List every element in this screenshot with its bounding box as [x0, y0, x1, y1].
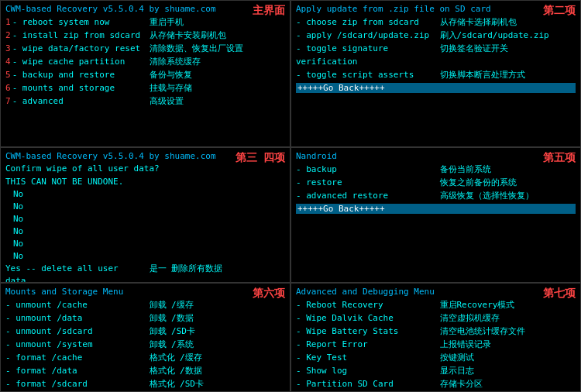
update-list: - choose zip from sdcard从存储卡选择刷机包- apply… — [296, 15, 576, 81]
mounts-item[interactable]: - unmount /system卸载 /系统 — [5, 338, 285, 351]
nandroid-list: - backup备份当前系统- restore恢复之前备份的系统- advanc… — [296, 163, 576, 202]
update-panel: Apply update from .zip file on SD card 第… — [290, 0, 581, 147]
mounts-header: Mounts and Storage Menu — [5, 287, 285, 297]
update-item[interactable]: - toggle script asserts切换脚本断言处理方式 — [296, 68, 576, 81]
advanced-panel: Advanced and Debugging Menu 第七项 - Reboot… — [290, 283, 581, 392]
nandroid-panel: Nandroid 第五项 - backup备份当前系统- restore恢复之前… — [290, 147, 581, 283]
mounts-badge: 第六项 — [253, 287, 285, 301]
nandroid-go-back[interactable]: +++++Go Back+++++ — [296, 204, 576, 214]
nandroid-header: Nandroid — [296, 151, 576, 161]
update-badge: 第二项 — [543, 4, 576, 18]
main-menu-panel: CWM-based Recovery v5.5.0.4 by shuame.co… — [0, 0, 290, 147]
update-item[interactable]: - choose zip from sdcard从存储卡选择刷机包 — [296, 15, 576, 29]
main-menu-item[interactable]: 6- mounts and storage挂载与存储 — [5, 81, 285, 95]
advanced-item[interactable]: - Key Test按键测试 — [296, 351, 576, 364]
wipe-yes-right: 是一 删除所有数据 — [142, 263, 286, 283]
update-header: Apply update from .zip file on SD card — [296, 4, 576, 14]
advanced-list: - Reboot Recovery重启Recovery模式- Wipe Dalv… — [296, 298, 576, 392]
wipe-yes-item[interactable]: Yes -- delete all user data 是一 删除所有数据 — [5, 263, 285, 283]
wipe-warning: THIS CAN NOT BE UNDONE. — [5, 176, 285, 189]
main-menu-badge: 主界面 — [253, 4, 285, 18]
advanced-item[interactable]: - Wipe Dalvik Cache清空虚拟机缓存 — [296, 311, 576, 325]
mounts-list: - unmount /cache卸载 /缓存- unmount /data卸载 … — [5, 298, 285, 392]
main-menu-item[interactable]: 3- wipe data/factory reset清除数据、恢复出厂设置 — [5, 42, 285, 55]
advanced-badge: 第七项 — [543, 287, 576, 301]
nandroid-item[interactable]: - backup备份当前系统 — [296, 163, 576, 176]
advanced-item[interactable]: - Partition SD Card存储卡分区 — [296, 377, 576, 390]
wipe-no-item[interactable]: No — [5, 201, 285, 213]
main-menu-item[interactable]: 2- install zip from sdcard从存储卡安装刷机包 — [5, 29, 285, 42]
wipe-yes-label: Yes -- delete all user data — [5, 263, 142, 283]
main-menu-item[interactable]: 1- reboot system now重启手机 — [5, 15, 285, 29]
nandroid-item[interactable]: - advanced restore高级恢复（选择性恢复） — [296, 189, 576, 202]
update-item[interactable]: - toggle signature verification切换签名验证开关 — [296, 42, 576, 68]
main-menu-header: CWM-based Recovery v5.5.0.4 by shuame.co… — [5, 4, 285, 14]
wipe-panel: CWM-based Recovery v5.5.0.4 by shuame.co… — [0, 147, 290, 283]
nandroid-badge: 第五项 — [543, 151, 576, 165]
wipe-no-item[interactable]: No — [5, 188, 285, 201]
mounts-item[interactable]: - format /data格式化 /数据 — [5, 364, 285, 377]
mounts-panel: Mounts and Storage Menu 第六项 - unmount /c… — [0, 283, 290, 392]
wipe-badge: 第三 四项 — [235, 151, 285, 165]
mounts-item[interactable]: - format /sdcard格式化 /SD卡 — [5, 377, 285, 390]
update-item[interactable]: - apply /sdcard/update.zip刷入/sdcard/upda… — [296, 29, 576, 42]
mounts-item[interactable]: - unmount /cache卸载 /缓存 — [5, 298, 285, 311]
wipe-no-item[interactable]: No — [5, 238, 285, 250]
mounts-item[interactable]: - unmount /data卸载 /数据 — [5, 311, 285, 325]
update-go-back[interactable]: +++++Go Back+++++ — [296, 83, 576, 93]
mounts-item[interactable]: - format /cache格式化 /缓存 — [5, 351, 285, 364]
advanced-item[interactable]: - Report Error上报错误记录 — [296, 338, 576, 351]
advanced-header: Advanced and Debugging Menu — [296, 287, 576, 297]
main-menu-list: 1- reboot system now重启手机2- install zip f… — [5, 15, 285, 108]
mounts-item[interactable]: - unmount /sdcard卸载 /SD卡 — [5, 325, 285, 338]
wipe-no-item[interactable]: No — [5, 213, 285, 225]
advanced-item[interactable]: - Wipe Battery Stats清空电池统计缓存文件 — [296, 325, 576, 338]
main-menu-item[interactable]: 5- backup and restore备份与恢复 — [5, 68, 285, 81]
nandroid-item[interactable]: - restore恢复之前备份的系统 — [296, 176, 576, 189]
advanced-item[interactable]: - Reboot Recovery重启Recovery模式 — [296, 298, 576, 311]
wipe-no-item[interactable]: No — [5, 250, 285, 263]
main-menu-item[interactable]: 7- advanced高级设置 — [5, 95, 285, 108]
wipe-no-list: NoNoNoNoNoNo — [5, 188, 285, 263]
wipe-no-item[interactable]: No — [5, 225, 285, 238]
advanced-item[interactable]: - Show log显示日志 — [296, 364, 576, 377]
main-menu-item[interactable]: 4- wipe cache partition清除系统缓存 — [5, 55, 285, 68]
